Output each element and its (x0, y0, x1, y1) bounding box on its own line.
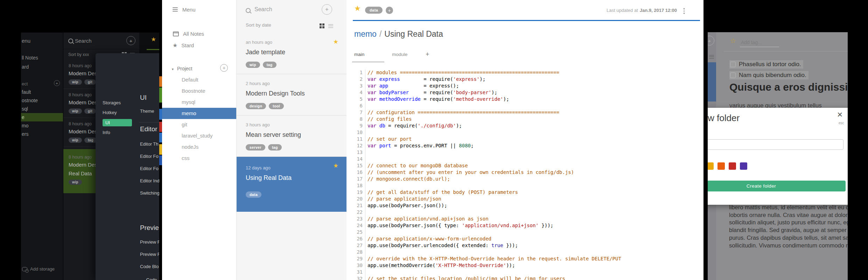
code-line: 11// set our port (353, 136, 704, 142)
list-view-icon[interactable] (328, 23, 333, 29)
dark-sort-control[interactable]: Sort by xxx (68, 52, 89, 57)
folder-item[interactable]: sql (21, 105, 63, 113)
folder-item[interactable]: e (21, 113, 63, 121)
tag-pill[interactable]: data (246, 191, 261, 198)
dark-sidebar-item-all-notes[interactable]: ll Notes (22, 55, 38, 61)
add-snippet-tab-button[interactable]: + (426, 51, 429, 58)
note-card[interactable]: an hours ago★Jade templatewiptag (237, 33, 347, 74)
note-tags: servertag (246, 144, 338, 150)
folder-color-swatch[interactable] (740, 162, 747, 170)
tag-pill[interactable]: wip (69, 108, 82, 114)
paragraph-line: sollicitudin aliquet, justo purus effici… (729, 219, 848, 226)
folder-item[interactable]: Boostnote (162, 85, 236, 97)
tag-pill[interactable]: wip (69, 138, 82, 143)
sidebar-item-all-notes[interactable]: All Notes (173, 31, 204, 37)
folder-item[interactable]: Default (162, 74, 236, 85)
code-line: 19// get all data/stuff of the body (POS… (353, 189, 704, 196)
dark-add-folder-button[interactable]: + (54, 80, 60, 86)
star-icon[interactable]: ★ (333, 162, 338, 169)
screen-edge (848, 0, 868, 280)
grid-view-icon[interactable] (320, 23, 324, 28)
folder-item[interactable]: git (162, 119, 236, 130)
add-tag-button[interactable]: + (386, 7, 393, 14)
tag-pill[interactable]: git (84, 108, 96, 114)
tag-pill[interactable]: git (84, 79, 96, 85)
settings-nav-item[interactable]: UI (103, 119, 132, 126)
tag-pill[interactable]: wip (69, 79, 82, 85)
tab-main[interactable]: main (354, 52, 364, 57)
kebab-menu-icon[interactable] (684, 7, 685, 15)
folder-item[interactable]: nodeJs (162, 141, 236, 153)
line-number: 29 (353, 255, 365, 262)
dark-project-label[interactable]: ect (22, 81, 28, 86)
tag-pill[interactable]: design (246, 103, 266, 109)
line-number: 17 (353, 176, 365, 182)
new-note-button: + (708, 36, 714, 46)
dark-search-input[interactable]: Search (75, 33, 92, 49)
dark-new-note-button[interactable]: + (126, 36, 135, 45)
folder-item[interactable]: ers (21, 130, 63, 138)
all-notes-label: All Notes (183, 31, 204, 37)
folder-item[interactable]: mysql (162, 97, 236, 108)
menu-button[interactable]: Menu (173, 6, 196, 13)
close-icon[interactable]: × (837, 110, 842, 119)
line-number: 23 (353, 216, 365, 222)
tag-pill[interactable]: tag (84, 138, 97, 143)
note-tag-badge[interactable]: data (365, 7, 383, 14)
tag-pill[interactable]: tag (268, 144, 282, 150)
star-icon[interactable]: ★ (333, 38, 338, 46)
note-card[interactable]: 3 hours agoMean server settingservertag (237, 115, 347, 157)
line-number: 18 (353, 182, 365, 189)
line-number: 3 (353, 83, 365, 89)
tag-pill[interactable]: tag (263, 62, 276, 68)
tab-module[interactable]: module (392, 52, 407, 57)
breadcrumb-folder[interactable]: memo (354, 29, 377, 38)
note-card[interactable]: 12 days ago★Using Real Datadata (237, 157, 347, 212)
folder-color-swatch[interactable] (718, 162, 725, 170)
code-token: 'express' (453, 76, 479, 83)
tag-pill[interactable]: server (246, 144, 265, 150)
folder-item[interactable]: ostnote (21, 96, 63, 105)
star-icon[interactable]: ★ (151, 36, 156, 43)
code-token: var (368, 96, 376, 103)
settings-checkbox-row[interactable]: Code B (140, 277, 159, 280)
folder-item[interactable]: laravel_study (162, 130, 236, 141)
search-input[interactable]: Search (254, 6, 272, 13)
code-token: app.use(bodyParser.json({ type: (368, 222, 462, 229)
code-editor[interactable]: 1// modules ============================… (353, 69, 704, 280)
settings-nav-item[interactable]: Storages (103, 98, 134, 108)
folder-item[interactable]: memo (162, 108, 236, 119)
code-token: app (379, 83, 388, 89)
code-token: './config/db' (418, 122, 456, 129)
dark-menu-button[interactable]: enu (22, 33, 30, 49)
markdown-checkbox-list: Phasellus id tortor odio.Nam quis bibend… (729, 60, 808, 82)
star-icon[interactable]: ★ (354, 4, 361, 13)
folder-item[interactable]: fault (21, 88, 63, 96)
sort-control[interactable]: Sort by date (246, 22, 271, 28)
folder-color-swatch[interactable] (729, 162, 736, 170)
code-line: 21app.use(bodyParser.json()); (353, 202, 704, 209)
tag-pill[interactable]: wip (246, 62, 260, 68)
tag-pill[interactable]: tool (269, 103, 284, 109)
create-folder-button[interactable]: Create folder (706, 181, 846, 191)
code-token: methodOverride (379, 96, 421, 103)
note-card[interactable]: 2 hours agoModern Design Toolsdesigntool (237, 74, 347, 115)
code-token: // connect to our mongoDB database (368, 162, 468, 169)
folder-item[interactable]: mo (21, 121, 63, 130)
settings-nav-item[interactable]: Info (103, 128, 134, 138)
tag-pill[interactable]: wip (69, 180, 82, 185)
dark-add-storage-button[interactable]: Add storage (22, 266, 55, 272)
folder-name-input[interactable] (706, 139, 844, 150)
sidebar-item-starred[interactable]: ★ Stard (173, 42, 194, 49)
settings-nav-item[interactable]: Hotkey (103, 108, 134, 118)
code-token: = require( (421, 96, 453, 103)
settings-editor-heading: Editor (140, 125, 158, 133)
project-section-toggle[interactable]: ▾ Project (172, 66, 192, 71)
code-token: db (379, 122, 385, 129)
selected-note-sliver (708, 62, 716, 102)
dark-sidebar-item-starred[interactable]: ard (22, 64, 29, 70)
new-note-button[interactable]: + (322, 4, 332, 15)
add-folder-button[interactable]: + (220, 64, 228, 72)
folder-item[interactable]: css (162, 153, 236, 164)
code-line: 5var methodOverride = require('method-ov… (353, 96, 704, 103)
